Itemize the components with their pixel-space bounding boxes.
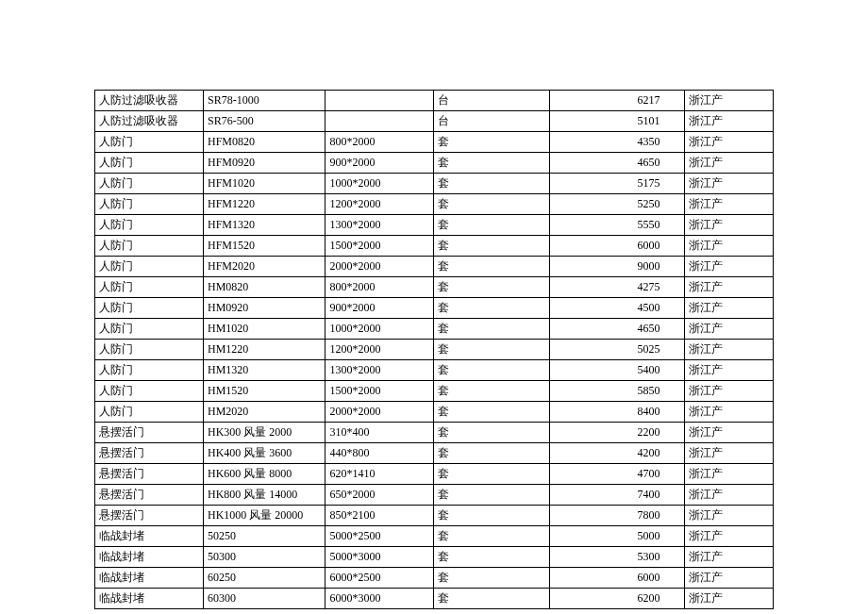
cell-origin: 浙江产 bbox=[685, 443, 774, 464]
table-row: 人防过滤吸收器SR76-500台5101浙江产 bbox=[95, 111, 774, 132]
cell-name: 临战封堵 bbox=[95, 589, 204, 609]
table-row: 人防门HFM15201500*2000套6000浙江产 bbox=[95, 236, 774, 257]
cell-price: 4650 bbox=[549, 153, 685, 174]
cell-model: HM1220 bbox=[204, 340, 326, 360]
cell-spec: 2000*2000 bbox=[326, 402, 434, 423]
cell-model: 50300 bbox=[204, 547, 326, 568]
cell-spec: 650*2000 bbox=[326, 485, 434, 506]
cell-name: 悬摆活门 bbox=[95, 464, 204, 485]
cell-price: 4275 bbox=[549, 277, 685, 298]
cell-origin: 浙江产 bbox=[685, 423, 774, 443]
cell-origin: 浙江产 bbox=[685, 298, 774, 319]
cell-model: HM0820 bbox=[204, 277, 326, 298]
cell-spec: 6000*2500 bbox=[326, 568, 434, 589]
cell-model: 60250 bbox=[204, 568, 326, 589]
cell-name: 人防门 bbox=[95, 257, 204, 277]
table-row: 人防门HM0920900*2000套4500浙江产 bbox=[95, 298, 774, 319]
cell-origin: 浙江产 bbox=[685, 506, 774, 526]
cell-unit: 套 bbox=[434, 568, 549, 589]
cell-origin: 浙江产 bbox=[685, 153, 774, 174]
cell-unit: 套 bbox=[434, 257, 549, 277]
cell-name: 人防门 bbox=[95, 319, 204, 340]
cell-name: 临战封堵 bbox=[95, 568, 204, 589]
cell-spec: 1500*2000 bbox=[326, 381, 434, 402]
cell-spec bbox=[326, 91, 434, 111]
cell-spec: 850*2100 bbox=[326, 506, 434, 526]
cell-spec bbox=[326, 111, 434, 132]
cell-name: 人防门 bbox=[95, 340, 204, 360]
cell-spec: 5000*3000 bbox=[326, 547, 434, 568]
cell-name: 人防门 bbox=[95, 215, 204, 236]
cell-model: 60300 bbox=[204, 589, 326, 609]
cell-price: 5300 bbox=[549, 547, 685, 568]
cell-model: HFM1320 bbox=[204, 215, 326, 236]
table-row: 人防门HM10201000*2000套4650浙江产 bbox=[95, 319, 774, 340]
table-row: 人防门HFM0820800*2000套4350浙江产 bbox=[95, 132, 774, 153]
cell-price: 9000 bbox=[549, 257, 685, 277]
cell-name: 人防门 bbox=[95, 132, 204, 153]
cell-model: HM1520 bbox=[204, 381, 326, 402]
table-row: 人防门HM0820800*2000套4275浙江产 bbox=[95, 277, 774, 298]
cell-origin: 浙江产 bbox=[685, 174, 774, 194]
cell-model: HFM0820 bbox=[204, 132, 326, 153]
cell-price: 4500 bbox=[549, 298, 685, 319]
cell-model: HM0920 bbox=[204, 298, 326, 319]
cell-unit: 套 bbox=[434, 340, 549, 360]
cell-unit: 套 bbox=[434, 194, 549, 215]
cell-unit: 台 bbox=[434, 91, 549, 111]
cell-name: 临战封堵 bbox=[95, 526, 204, 547]
cell-model: 50250 bbox=[204, 526, 326, 547]
cell-name: 悬摆活门 bbox=[95, 423, 204, 443]
cell-spec: 1300*2000 bbox=[326, 215, 434, 236]
cell-origin: 浙江产 bbox=[685, 340, 774, 360]
cell-spec: 440*800 bbox=[326, 443, 434, 464]
table-row: 悬摆活门HK1000 风量 20000850*2100套7800浙江产 bbox=[95, 506, 774, 526]
cell-name: 人防门 bbox=[95, 298, 204, 319]
cell-origin: 浙江产 bbox=[685, 257, 774, 277]
cell-price: 4350 bbox=[549, 132, 685, 153]
cell-unit: 套 bbox=[434, 423, 549, 443]
cell-name: 人防门 bbox=[95, 236, 204, 257]
table-row: 人防门HM20202000*2000套8400浙江产 bbox=[95, 402, 774, 423]
cell-unit: 套 bbox=[434, 464, 549, 485]
cell-spec: 1200*2000 bbox=[326, 194, 434, 215]
cell-spec: 900*2000 bbox=[326, 298, 434, 319]
cell-unit: 套 bbox=[434, 589, 549, 609]
cell-unit: 套 bbox=[434, 215, 549, 236]
cell-name: 人防门 bbox=[95, 174, 204, 194]
cell-model: HFM1220 bbox=[204, 194, 326, 215]
cell-model: HK300 风量 2000 bbox=[204, 423, 326, 443]
cell-spec: 6000*3000 bbox=[326, 589, 434, 609]
cell-unit: 套 bbox=[434, 132, 549, 153]
cell-name: 人防门 bbox=[95, 153, 204, 174]
cell-unit: 套 bbox=[434, 485, 549, 506]
cell-unit: 套 bbox=[434, 381, 549, 402]
cell-origin: 浙江产 bbox=[685, 215, 774, 236]
cell-unit: 套 bbox=[434, 360, 549, 381]
cell-name: 人防过滤吸收器 bbox=[95, 111, 204, 132]
cell-unit: 套 bbox=[434, 402, 549, 423]
cell-model: HM1020 bbox=[204, 319, 326, 340]
cell-name: 人防门 bbox=[95, 194, 204, 215]
cell-unit: 套 bbox=[434, 319, 549, 340]
cell-unit: 套 bbox=[434, 506, 549, 526]
cell-spec: 1000*2000 bbox=[326, 319, 434, 340]
table-row: 人防门HFM0920900*2000套4650浙江产 bbox=[95, 153, 774, 174]
cell-origin: 浙江产 bbox=[685, 111, 774, 132]
cell-price: 7400 bbox=[549, 485, 685, 506]
cell-origin: 浙江产 bbox=[685, 319, 774, 340]
table-row: 人防门HFM12201200*2000套5250浙江产 bbox=[95, 194, 774, 215]
cell-price: 5175 bbox=[549, 174, 685, 194]
cell-model: HFM2020 bbox=[204, 257, 326, 277]
table-row: 临战封堵503005000*3000套5300浙江产 bbox=[95, 547, 774, 568]
cell-name: 悬摆活门 bbox=[95, 506, 204, 526]
table-row: 悬摆活门HK300 风量 2000310*400套2200浙江产 bbox=[95, 423, 774, 443]
cell-origin: 浙江产 bbox=[685, 526, 774, 547]
cell-price: 5550 bbox=[549, 215, 685, 236]
table-row: 人防门HM13201300*2000套5400浙江产 bbox=[95, 360, 774, 381]
cell-origin: 浙江产 bbox=[685, 236, 774, 257]
cell-origin: 浙江产 bbox=[685, 589, 774, 609]
cell-model: HM1320 bbox=[204, 360, 326, 381]
cell-model: HK400 风量 3600 bbox=[204, 443, 326, 464]
table-row: 临战封堵602506000*2500套6000浙江产 bbox=[95, 568, 774, 589]
